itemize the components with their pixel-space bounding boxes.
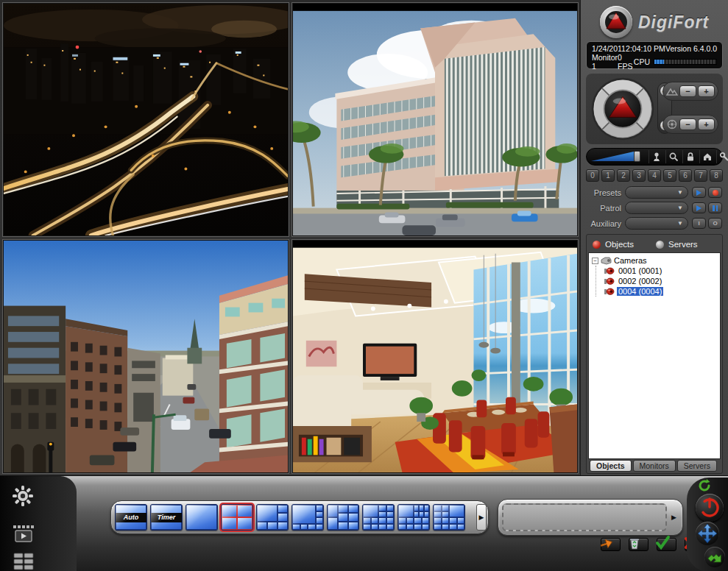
layout-cell	[434, 524, 442, 531]
zoom-tool-button[interactable]	[665, 150, 681, 163]
magnifier-icon	[668, 152, 679, 162]
dropzone-scroll-right-button[interactable]: ▶	[669, 504, 679, 531]
patrol-play-button[interactable]	[692, 202, 706, 213]
power-button[interactable]	[696, 494, 724, 522]
layout-cell	[316, 517, 324, 524]
tree-root-cameras[interactable]: − Cameras	[590, 255, 718, 266]
dropdown-arrow-icon: ▼	[677, 205, 683, 211]
orange-arrow-icon	[598, 534, 615, 550]
layout-button-1-plus-12-right[interactable]	[433, 504, 465, 531]
refresh-icon	[697, 478, 712, 493]
layout-button-1-plus-12[interactable]	[362, 504, 395, 531]
apply-mosaic-button[interactable]	[657, 538, 676, 551]
minimize-button[interactable]	[704, 547, 725, 567]
layout-cell	[419, 511, 424, 518]
layout-cell	[378, 505, 386, 511]
layout-cell	[414, 511, 419, 518]
tree-root-label: Cameras	[614, 256, 647, 265]
presets-dropdown[interactable]: ▼	[625, 186, 688, 199]
layout-button-1-plus-14[interactable]	[397, 504, 430, 531]
camera-tree-children: 0001 (0001)0002 (0002)0004 (0004)	[596, 266, 718, 297]
preset-number-button-3[interactable]: 3	[632, 169, 646, 182]
layout-button-2-plus-6[interactable]	[327, 504, 359, 531]
camera-view-night-city[interactable]	[3, 3, 289, 236]
patrol-dropdown[interactable]: ▼	[625, 202, 688, 214]
objects-sphere-icon	[593, 241, 601, 249]
office-building-scene	[293, 4, 577, 235]
preset-number-button-0[interactable]: 0	[586, 169, 599, 182]
presets-buttons	[692, 187, 723, 198]
focus-minus-button[interactable]: −	[679, 85, 696, 97]
move-view-button[interactable]	[696, 522, 719, 545]
aux-on-button[interactable]: I	[692, 218, 706, 229]
layout-button-1-plus-7[interactable]	[291, 504, 324, 531]
layout-cell	[442, 524, 450, 531]
preset-number-button-4[interactable]: 4	[648, 169, 661, 182]
refresh-button[interactable]	[697, 478, 712, 493]
bottom-tab-monitors[interactable]: Monitors	[633, 460, 676, 472]
camera-icon	[604, 277, 615, 286]
layout-cell	[378, 517, 386, 524]
iris-minus-button[interactable]: −	[679, 118, 696, 130]
lock-ptz-button[interactable]	[682, 150, 698, 163]
preset-number-button-1[interactable]: 1	[601, 169, 615, 182]
wrench-icon	[719, 152, 728, 162]
camera-view-building[interactable]	[292, 3, 578, 236]
mosaic-dropzone-area[interactable]	[502, 503, 667, 531]
layout-button-auto[interactable]: Auto	[115, 504, 147, 531]
camera-tree-item[interactable]: 0004 (0004)	[596, 286, 718, 297]
tab-objects[interactable]: Objects	[593, 240, 653, 249]
layout-button-strip: AutoTimer	[115, 504, 473, 531]
lock-icon	[685, 152, 696, 162]
matrix-view-button[interactable]	[13, 553, 34, 570]
settings-button[interactable]	[12, 485, 34, 507]
preset-number-button-8[interactable]: 8	[710, 169, 723, 182]
camera-view-street[interactable]	[3, 240, 289, 473]
preset-go-button[interactable]	[692, 187, 706, 198]
layout-cell	[398, 505, 414, 517]
move-mosaic-button[interactable]	[601, 538, 621, 551]
joystick-icon	[651, 152, 662, 162]
auxiliary-dropdown[interactable]: ▼	[625, 217, 688, 230]
ptz-speed-slider[interactable]	[591, 151, 647, 163]
camera-view-interior[interactable]	[292, 240, 578, 473]
focus-plus-button[interactable]: +	[698, 85, 715, 97]
preset-number-button-7[interactable]: 7	[694, 169, 707, 182]
preset-number-button-5[interactable]: 5	[663, 169, 676, 182]
auxiliary-buttons: I O	[692, 218, 723, 229]
matrix-grid-icon	[13, 553, 34, 570]
power-icon	[696, 494, 724, 522]
joystick-mode-button[interactable]	[649, 150, 664, 163]
camera-item-label: 0004 (0004)	[617, 287, 663, 296]
layout-button-1-plus-5[interactable]	[256, 504, 289, 531]
bottom-tab-servers[interactable]: Servers	[677, 460, 717, 472]
expander-icon[interactable]: −	[592, 258, 598, 264]
monitor-label: Monitor 1	[592, 53, 618, 71]
layout-button-single[interactable]	[185, 504, 218, 531]
delete-mosaic-button[interactable]	[629, 538, 649, 551]
record-icon	[713, 190, 718, 196]
aux-off-button[interactable]: O	[708, 218, 722, 229]
preset-number-button-6[interactable]: 6	[679, 169, 692, 182]
home-position-button[interactable]	[699, 150, 715, 163]
layout-button-timer[interactable]: Timer	[150, 504, 183, 531]
camera-icon	[604, 266, 615, 275]
brand-header: DigiFort	[586, 3, 723, 41]
layout-button-quad-2x2[interactable]	[221, 504, 253, 531]
bottom-tab-objects[interactable]: Objects	[590, 460, 632, 472]
media-player-button[interactable]	[12, 525, 35, 544]
patrol-pause-button[interactable]	[708, 202, 722, 213]
camera-tree-item[interactable]: 0001 (0001)	[596, 266, 718, 276]
speed-slider-handle[interactable]	[634, 151, 640, 162]
iris-control-group: − +	[662, 115, 718, 134]
camera-item-label: 0002 (0002)	[617, 277, 663, 286]
iris-plus-button[interactable]: +	[698, 118, 715, 130]
preset-record-button[interactable]	[708, 187, 722, 198]
ptz-settings-button[interactable]	[716, 150, 728, 163]
layout-scroll-right-button[interactable]: ▶	[476, 504, 487, 531]
gear-icon	[12, 485, 34, 507]
camera-tree-item[interactable]: 0002 (0002)	[596, 276, 718, 286]
preset-number-button-2[interactable]: 2	[617, 169, 630, 182]
layout-cell	[378, 524, 386, 531]
tab-servers[interactable]: Servers	[656, 240, 716, 249]
